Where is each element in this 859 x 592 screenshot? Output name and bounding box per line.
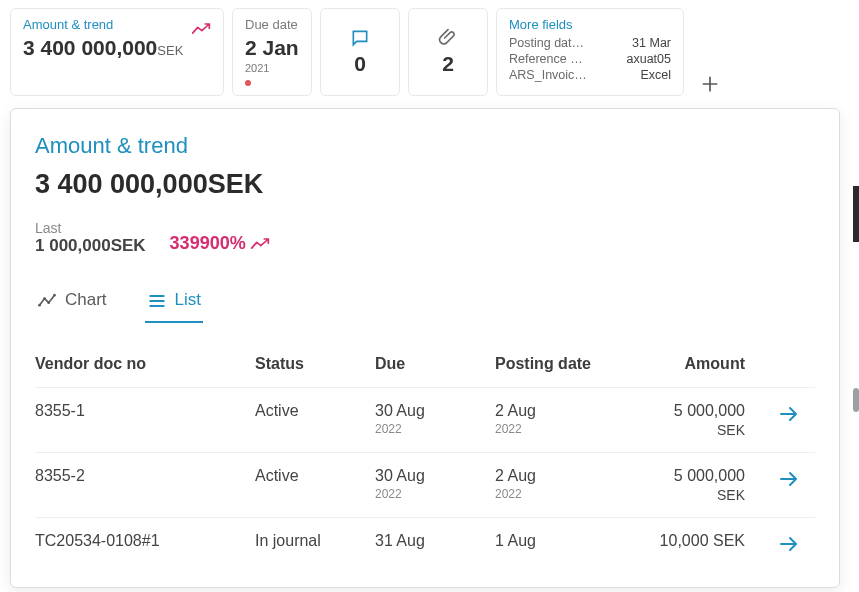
cell-due: 30 Aug 2022 xyxy=(375,467,495,501)
view-tabs: Chart List xyxy=(35,280,815,323)
row-open-button[interactable] xyxy=(745,532,805,556)
amount-trend-panel: Amount & trend 3 400 000,000SEK Last 1 0… xyxy=(10,108,840,588)
tab-chart[interactable]: Chart xyxy=(35,280,109,323)
arrow-right-icon xyxy=(777,467,801,491)
panel-title: Amount & trend xyxy=(35,133,815,159)
cell-vendor: 8355-2 xyxy=(35,467,255,485)
cell-status: Active xyxy=(255,467,375,485)
arrow-right-icon xyxy=(777,532,801,556)
header-spacer xyxy=(745,355,805,373)
row-open-button[interactable] xyxy=(745,467,805,491)
add-card-button[interactable] xyxy=(692,8,728,96)
cell-posting-year: 2022 xyxy=(495,487,635,501)
cell-posting: 2 Aug 2022 xyxy=(495,467,635,501)
due-date-label: Due date xyxy=(245,17,299,32)
last-unit: SEK xyxy=(111,236,146,255)
table-row[interactable]: 8355-1 Active 30 Aug 2022 2 Aug 2022 5 0… xyxy=(35,387,815,452)
due-date-year: 2021 xyxy=(245,62,299,74)
summary-cards: Amount & trend 3 400 000,000SEK Due date… xyxy=(0,0,859,104)
invoices-table: Vendor doc no Status Due Posting date Am… xyxy=(35,347,815,570)
amount-card-label: Amount & trend xyxy=(23,17,211,32)
cell-due: 30 Aug 2022 xyxy=(375,402,495,436)
cell-amount: 10,000 SEK xyxy=(635,532,745,552)
cell-amount-currency: SEK xyxy=(635,487,745,503)
table-row[interactable]: TC20534-0108#1 In journal 31 Aug 1 Aug 1… xyxy=(35,517,815,570)
cell-due-year: 2022 xyxy=(375,487,495,501)
cell-posting-date: 2 Aug xyxy=(495,467,635,485)
tab-list[interactable]: List xyxy=(145,280,203,323)
cell-vendor: TC20534-0108#1 xyxy=(35,532,255,550)
cell-amount: 5 000,000 SEK xyxy=(635,467,745,503)
amount-card[interactable]: Amount & trend 3 400 000,000SEK xyxy=(10,8,224,96)
cell-amount-value: 5 000,000 xyxy=(674,402,745,419)
chart-line-icon xyxy=(37,290,57,311)
more-fields-label: More fields xyxy=(509,17,671,32)
cell-amount-value: 5 000,000 xyxy=(674,467,745,484)
cell-due-date: 30 Aug xyxy=(375,402,495,420)
trend-up-icon xyxy=(250,233,270,254)
header-status[interactable]: Status xyxy=(255,355,375,373)
cell-amount-currency: SEK xyxy=(635,422,745,438)
svg-point-0 xyxy=(38,303,41,306)
header-due[interactable]: Due xyxy=(375,355,495,373)
panel-amount-unit: SEK xyxy=(208,169,264,199)
cell-status: Active xyxy=(255,402,375,420)
more-field-value: axuat05 xyxy=(627,52,671,66)
more-field-row: ARS_Invoic… Excel xyxy=(509,68,671,82)
cell-status: In journal xyxy=(255,532,375,550)
cell-vendor: 8355-1 xyxy=(35,402,255,420)
cell-due: 31 Aug xyxy=(375,532,495,552)
header-amount[interactable]: Amount xyxy=(635,355,745,373)
cell-due-date: 30 Aug xyxy=(375,467,495,485)
last-label: Last xyxy=(35,220,146,236)
paperclip-icon xyxy=(438,28,458,48)
cell-posting-date: 2 Aug xyxy=(495,402,635,420)
panel-amount-value: 3 400 000,000 xyxy=(35,169,208,199)
table-row[interactable]: 8355-2 Active 30 Aug 2022 2 Aug 2022 5 0… xyxy=(35,452,815,517)
svg-point-3 xyxy=(53,293,56,296)
last-block: Last 1 000,000SEK xyxy=(35,220,146,256)
plus-icon xyxy=(700,68,720,96)
cell-posting-year: 2022 xyxy=(495,422,635,436)
side-accent xyxy=(853,186,859,242)
scrollbar-thumb[interactable] xyxy=(853,388,859,412)
cell-posting-date: 1 Aug xyxy=(495,532,635,550)
due-date-value: 2 Jan xyxy=(245,36,299,59)
comments-count: 0 xyxy=(354,52,366,76)
percent-change: 339900% xyxy=(170,233,270,254)
row-open-button[interactable] xyxy=(745,402,805,426)
more-field-row: Posting dat… 31 Mar xyxy=(509,36,671,50)
more-field-row: Reference … axuat05 xyxy=(509,52,671,66)
more-field-value: Excel xyxy=(640,68,671,82)
percent-change-value: 339900% xyxy=(170,233,246,254)
cell-posting: 1 Aug xyxy=(495,532,635,552)
attachments-card[interactable]: 2 xyxy=(408,8,488,96)
last-row: Last 1 000,000SEK 339900% xyxy=(35,220,815,256)
more-field-key: ARS_Invoic… xyxy=(509,68,587,82)
tab-chart-label: Chart xyxy=(65,290,107,310)
last-value: 1 000,000 xyxy=(35,236,111,255)
amount-card-value: 3 400 000,000 xyxy=(23,36,157,59)
svg-point-2 xyxy=(47,301,50,304)
overdue-indicator-icon xyxy=(245,80,251,86)
more-field-key: Posting dat… xyxy=(509,36,584,50)
cell-amount-value: 10,000 SEK xyxy=(660,532,745,549)
attachments-count: 2 xyxy=(442,52,454,76)
due-date-card[interactable]: Due date 2 Jan 2021 xyxy=(232,8,312,96)
trend-up-icon xyxy=(191,19,211,37)
more-field-key: Reference … xyxy=(509,52,583,66)
more-field-value: 31 Mar xyxy=(632,36,671,50)
header-posting[interactable]: Posting date xyxy=(495,355,635,373)
tab-list-label: List xyxy=(175,290,201,310)
cell-due-date: 31 Aug xyxy=(375,532,495,550)
comments-card[interactable]: 0 xyxy=(320,8,400,96)
svg-point-1 xyxy=(43,297,46,300)
more-fields-card[interactable]: More fields Posting dat… 31 Mar Referenc… xyxy=(496,8,684,96)
cell-posting: 2 Aug 2022 xyxy=(495,402,635,436)
header-vendor[interactable]: Vendor doc no xyxy=(35,355,255,373)
list-icon xyxy=(147,290,167,311)
cell-due-year: 2022 xyxy=(375,422,495,436)
amount-card-unit: SEK xyxy=(157,43,183,58)
cell-amount: 5 000,000 SEK xyxy=(635,402,745,438)
table-header: Vendor doc no Status Due Posting date Am… xyxy=(35,347,815,387)
